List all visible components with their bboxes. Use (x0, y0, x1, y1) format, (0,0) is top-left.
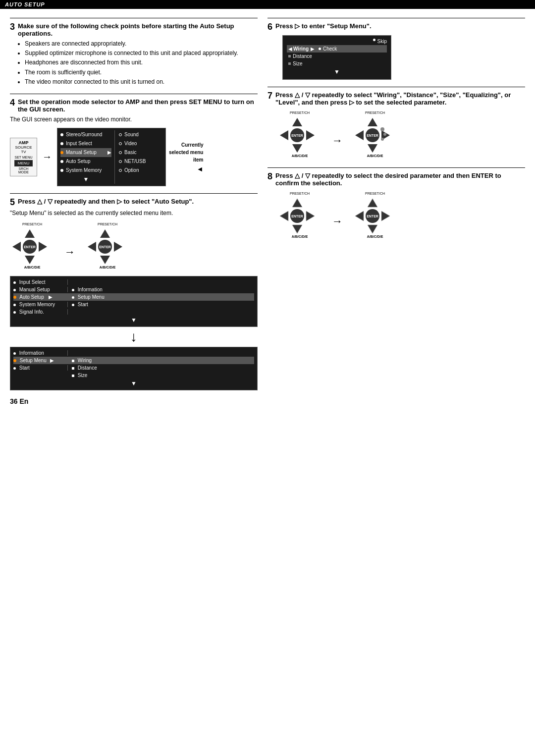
cross-svg-2: ENTER (85, 227, 125, 267)
label-sys2: System Memory (19, 302, 55, 307)
step-3-title: Make sure of the following check points … (18, 22, 258, 37)
set-menu-label: SET MENU (14, 156, 33, 159)
svg-point-25 (383, 133, 386, 136)
step6-menu: Skip ◀ Wiring ▶ Check Distance (282, 35, 391, 80)
label-distance2: Distance (78, 365, 97, 371)
label-auto2: Auto Setup (19, 294, 44, 300)
bullet-1: Speakers are connected appropriately. (25, 39, 258, 49)
left-auto2: Auto Setup ▶ (13, 294, 68, 300)
menu-button: MENU (14, 160, 33, 166)
label-stereo: Stereo/Surround (66, 131, 102, 138)
step-3-block: 3 Make sure of the following check point… (10, 18, 258, 87)
svg-marker-20 (355, 130, 364, 140)
row-sig-info: Signal Info. (13, 308, 254, 316)
label-is: Input Select (19, 279, 46, 285)
step-3-number: 3 (10, 22, 15, 31)
step-7-nav: PRESET/CH ENTER A/B/C/D/E → PRESET/CH (277, 111, 525, 161)
dot-sm2 (13, 359, 16, 362)
row-sys-mem2: System Memory Start (13, 301, 254, 308)
left-column: 3 Make sure of the following check point… (10, 14, 258, 405)
step5-menu2-container: Information Setup Menu ▶ Wiring (10, 347, 258, 390)
step-8-nav: PRESET/CH ENTER A/B/C/D/E → PRESET/CH (277, 192, 525, 241)
label-sound: Sound (124, 131, 139, 138)
label-sys: System Memory (66, 167, 102, 174)
svg-text:ENTER: ENTER (367, 134, 378, 137)
nav-cross-8a: PRESET/CH ENTER A/B/C/D/E (277, 192, 322, 241)
row-size2: Size (13, 372, 254, 379)
step5-arrow-between: → (64, 246, 75, 259)
menu-right: Sound Video Basic (115, 130, 146, 184)
left-sm2: Setup Menu ▶ (13, 358, 68, 363)
menu-stereo: Stereo/Surround (60, 130, 111, 139)
menu-netusb: NET/USB (119, 157, 146, 166)
label-sm: Setup Menu (78, 294, 105, 300)
dot-auto (60, 160, 63, 163)
amp-label: AMP (14, 140, 33, 145)
srch-mode-label: SRCH MODE (14, 167, 33, 174)
triangle-down-4: ▼ (60, 176, 111, 183)
tv-label: TV (14, 150, 33, 154)
cross-svg-8a: ENTER (277, 196, 317, 236)
svg-marker-36 (381, 211, 390, 221)
amp-box: AMP SOURCE TV SET MENU MENU SRCH MODE (10, 138, 37, 176)
distance-row: Distance (287, 53, 387, 60)
svg-marker-12 (292, 118, 302, 126)
row-auto-setup2: Auto Setup ▶ Setup Menu (13, 293, 254, 301)
sq-dist (288, 55, 291, 57)
menu-video: Video (119, 139, 146, 148)
step-3-header: 3 Make sure of the following check point… (10, 22, 258, 37)
nav-cross-7b: PRESET/CH ENTER A/B/C/D/E (353, 111, 397, 161)
divider-4 (10, 94, 258, 94)
step-3-bullets: Speakers are connected appropriately. Su… (10, 39, 258, 87)
label-check: Check (323, 46, 337, 52)
step-6-header: 6 Press ▷ to enter "Setup Menu". (268, 22, 525, 31)
divider-3 (10, 18, 258, 18)
right-setup-menu: Setup Menu (68, 294, 105, 300)
arrow-sm2: ▶ (50, 358, 54, 363)
step-8-title: Press △ / ▽ repeatedly to select the des… (275, 172, 525, 187)
currently-arrow: ◄ (169, 165, 203, 172)
menu-manual-setup: Manual Setup ▶ (60, 148, 111, 157)
triangle-down-5b: ▼ (13, 380, 254, 387)
label-start2: Start (19, 365, 30, 371)
svg-marker-6 (100, 229, 110, 238)
cross-svg-7b: ENTER (353, 115, 392, 155)
dot-sys2 (13, 304, 16, 306)
svg-text:ENTER: ENTER (291, 215, 303, 218)
row-start2: Start Distance (13, 364, 254, 372)
right-size2: Size (68, 373, 87, 378)
step-5-nav: PRESET/CH ENTER (10, 222, 258, 272)
dot-input (60, 142, 63, 145)
left-sys2: System Memory (13, 302, 68, 307)
step-6-title: Press ▷ to enter "Setup Menu". (275, 22, 372, 30)
row-input-select: Input Select (13, 278, 254, 286)
label-input: Input Select (66, 140, 92, 147)
row-setup-menu2: Setup Menu ▶ Wiring (13, 357, 254, 364)
left-sig: Signal Info. (13, 309, 68, 315)
svg-text:ENTER: ENTER (99, 245, 111, 249)
svg-marker-19 (368, 144, 377, 153)
svg-marker-30 (306, 211, 315, 221)
menu-option: Option (119, 166, 146, 175)
label-video: Video (124, 140, 137, 147)
page-number: 36 En (10, 397, 258, 405)
row-information2: Information (13, 349, 254, 357)
step-4-title: Set the operation mode selector to AMP a… (18, 98, 258, 113)
preset-ch-2: PRESET/CH (85, 222, 130, 226)
label-ms2: Manual Setup (19, 287, 50, 292)
row-manual-setup2: Manual Setup Information (13, 286, 254, 293)
preset-ch-8b: PRESET/CH (353, 192, 397, 195)
cross-svg-7a: ENTER (277, 115, 317, 155)
arrow-manual: ▶ (107, 149, 111, 156)
menu-left: Stereo/Surround Input Select Manual Setu… (60, 130, 115, 184)
label-wiring2: Wiring (78, 358, 92, 363)
sq-distance (72, 367, 74, 370)
header-label: AUTO SETUP (5, 1, 45, 7)
step7-arrow-between: → (332, 134, 343, 147)
wiring-row: ◀ Wiring ▶ Check (287, 45, 387, 53)
menu-two-col: Stereo/Surround Input Select Manual Setu… (60, 130, 162, 184)
step-4-body: The GUI screen appears on the video moni… (10, 115, 258, 124)
dot-basic (119, 151, 122, 154)
sq-size (72, 375, 74, 377)
dot-skip (373, 39, 375, 41)
